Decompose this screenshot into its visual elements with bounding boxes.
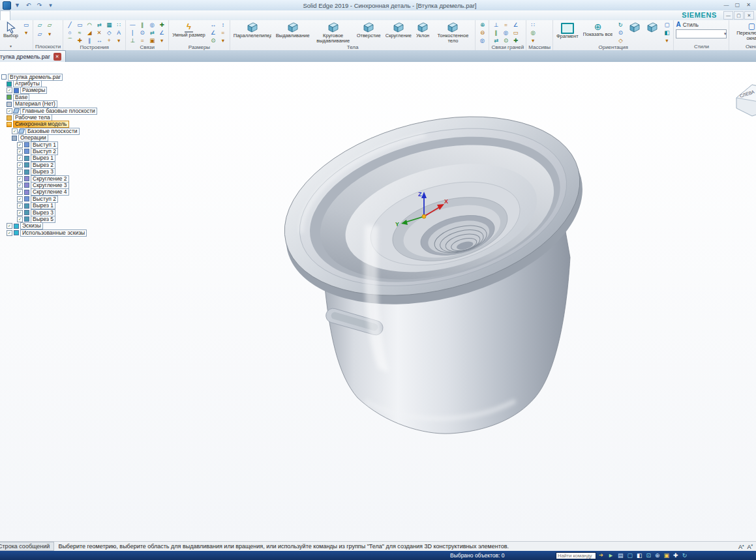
point-icon[interactable] (75, 37, 84, 44)
tree-item-checkbox[interactable] (17, 183, 23, 188)
tree-item-checkbox[interactable] (12, 128, 18, 134)
plane-by-points-icon[interactable] (45, 22, 54, 29)
ribbon-tab[interactable] (10, 10, 20, 20)
axis-icon[interactable] (104, 37, 113, 44)
tree-item-checkbox[interactable] (7, 87, 12, 93)
more-relations-icon[interactable] (157, 37, 166, 44)
close-icon[interactable]: ✕ (744, 1, 753, 9)
select-options-icon[interactable] (22, 29, 31, 37)
tree-item-checkbox[interactable] (17, 176, 23, 182)
more-views-icon[interactable] (662, 37, 671, 44)
ribbon-button[interactable]: Круговое выдавливание (313, 21, 354, 44)
tree-item[interactable]: Втулка дремель.par (0, 74, 98, 80)
tree-item[interactable]: Вырез 5 (0, 216, 98, 222)
ribbon-tab[interactable] (65, 10, 74, 20)
message-log-icon[interactable] (618, 551, 624, 560)
tree-item-checkbox[interactable] (17, 189, 23, 195)
circular-pattern-icon[interactable] (528, 29, 537, 37)
subtract-body-icon[interactable] (477, 29, 487, 37)
rectangle-icon[interactable] (75, 22, 84, 29)
more-planes-icon[interactable] (45, 31, 54, 38)
tree-item[interactable]: Вырез 3 (0, 168, 98, 175)
symmetry-icon[interactable] (147, 29, 157, 37)
ribbon-button[interactable]: Отверстие (355, 21, 382, 39)
equal-face-icon[interactable] (501, 22, 510, 29)
tree-item[interactable]: Операции (0, 135, 98, 141)
concentric-icon[interactable] (147, 22, 157, 29)
select-box-icon[interactable] (22, 22, 31, 29)
tangent-icon[interactable] (138, 29, 147, 37)
doc-minimize-icon[interactable]: — (723, 11, 733, 20)
tree-item[interactable]: Размеры (0, 87, 98, 94)
look-at-face-icon[interactable] (616, 29, 625, 37)
perpendicular-face-icon[interactable] (491, 22, 500, 29)
switch-windows-button[interactable]: Переключить окна (731, 21, 756, 42)
arc-icon[interactable] (65, 37, 74, 44)
add-body-icon[interactable] (477, 22, 487, 29)
app-icon[interactable] (3, 1, 11, 10)
qat-menu-icon[interactable]: ▾ (46, 1, 55, 10)
tree-item-checkbox[interactable] (17, 155, 23, 161)
part-model[interactable]: Z X Y (0, 62, 756, 542)
tree-item[interactable]: Базовые плоскости (0, 128, 98, 134)
tree-item-checkbox[interactable] (17, 149, 23, 155)
view-style-icon[interactable] (662, 22, 671, 29)
symmetric-face-icon[interactable] (491, 37, 500, 44)
tree-item-checkbox[interactable] (7, 108, 12, 114)
tree-item[interactable]: Вырез 1 (0, 202, 98, 209)
zoom-area-icon[interactable] (646, 551, 651, 560)
ribbon-tab[interactable] (47, 10, 56, 20)
doc-restore-icon[interactable]: ▢ (734, 11, 744, 20)
vertical-relation-icon[interactable] (128, 29, 137, 37)
tree-item[interactable]: Скругление 4 (0, 189, 98, 196)
rigid-face-icon[interactable] (511, 37, 520, 44)
tree-item-checkbox[interactable] (17, 169, 23, 175)
section-view-icon[interactable] (662, 29, 671, 37)
tree-item[interactable]: Вырез 3 (0, 209, 98, 216)
more-dimensions-icon[interactable] (219, 37, 228, 44)
ribbon-button[interactable]: Параллелепипед (232, 21, 273, 39)
plane-normal-icon[interactable] (35, 31, 44, 38)
parallel-icon[interactable] (138, 22, 147, 29)
tree-item[interactable]: Вырез 1 (0, 155, 98, 162)
angle-relation-icon[interactable] (157, 29, 166, 37)
tree-item[interactable]: Скругление 3 (0, 182, 98, 188)
fit-view-icon[interactable] (664, 551, 670, 560)
tree-item[interactable]: Использованные эскизы (0, 229, 98, 236)
angle-dimension-icon[interactable] (209, 29, 218, 37)
style-combobox[interactable] (676, 29, 727, 38)
color-mode-icon[interactable] (637, 551, 643, 560)
connect-icon[interactable] (157, 22, 166, 29)
equal-icon[interactable] (138, 37, 147, 44)
ribbon-button[interactable]: Тонкостенное тело (432, 21, 473, 44)
pattern-icon[interactable] (114, 22, 123, 29)
start-command-icon[interactable] (608, 551, 614, 560)
tree-item-checkbox[interactable] (7, 230, 12, 236)
more-patterns-icon[interactable] (528, 37, 537, 44)
project-icon[interactable] (104, 29, 113, 37)
extend-icon[interactable] (95, 37, 104, 44)
graphics-viewport[interactable]: Z X Y Втулка дремель.par Атрибуты Р (0, 62, 756, 542)
ribbon-tab[interactable] (83, 10, 93, 20)
ribbon-tab[interactable] (93, 10, 102, 20)
wireframe-view-button[interactable] (644, 21, 660, 34)
fillet-icon[interactable] (85, 22, 94, 29)
tree-item[interactable]: Выступ 1 (0, 141, 98, 148)
tree-item[interactable]: Выступ 2 (0, 148, 98, 155)
tree-item[interactable]: Скругление 2 (0, 175, 98, 182)
perpendicular-icon[interactable] (128, 37, 137, 44)
spline-icon[interactable] (75, 29, 84, 37)
coplanar-face-icon[interactable] (511, 29, 520, 37)
vertical-dimension-icon[interactable] (219, 22, 228, 29)
tree-item-checkbox[interactable] (17, 142, 23, 148)
display-options-icon[interactable] (627, 551, 633, 560)
offset-icon[interactable] (85, 37, 94, 44)
line-icon[interactable] (65, 22, 74, 29)
select-dropdown-icon[interactable] (10, 38, 12, 50)
angle-face-icon[interactable] (511, 22, 520, 29)
fragment-button[interactable]: Фрагмент (555, 21, 580, 40)
more-draw-icon[interactable] (114, 37, 123, 44)
rotate-icon[interactable] (682, 551, 688, 560)
select-button[interactable]: Выбор (2, 21, 20, 51)
tree-item-checkbox[interactable] (7, 223, 12, 229)
